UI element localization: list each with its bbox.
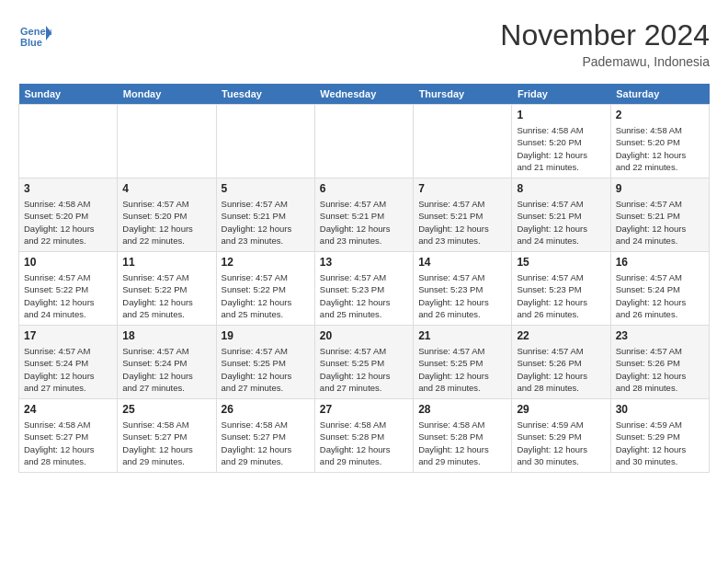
page-header: General Blue November 2024 Pademawu, Ind…: [18, 18, 710, 69]
day-number: 21: [418, 329, 506, 342]
calendar-cell: 11Sunrise: 4:57 AM Sunset: 5:22 PM Dayli…: [118, 252, 216, 326]
day-number: 9: [616, 182, 704, 195]
day-info: Sunrise: 4:57 AM Sunset: 5:24 PM Dayligh…: [122, 345, 210, 394]
day-info: Sunrise: 4:57 AM Sunset: 5:21 PM Dayligh…: [320, 198, 408, 247]
day-number: 11: [122, 256, 210, 269]
calendar-cell: [314, 105, 413, 178]
calendar-cell: 29Sunrise: 4:59 AM Sunset: 5:29 PM Dayli…: [512, 399, 610, 473]
calendar-week-2: 3Sunrise: 4:58 AM Sunset: 5:20 PM Daylig…: [19, 178, 710, 252]
day-number: 1: [517, 109, 605, 121]
calendar-cell: 7Sunrise: 4:57 AM Sunset: 5:21 PM Daylig…: [414, 178, 512, 252]
day-number: 6: [320, 182, 408, 195]
calendar-cell: 22Sunrise: 4:57 AM Sunset: 5:26 PM Dayli…: [512, 326, 610, 399]
calendar-cell: [118, 105, 216, 178]
day-info: Sunrise: 4:58 AM Sunset: 5:27 PM Dayligh…: [222, 419, 310, 467]
calendar-week-5: 24Sunrise: 4:58 AM Sunset: 5:27 PM Dayli…: [19, 399, 710, 473]
day-info: Sunrise: 4:58 AM Sunset: 5:28 PM Dayligh…: [320, 419, 408, 467]
day-number: 29: [517, 403, 605, 416]
weekday-header-tuesday: Tuesday: [216, 84, 314, 105]
day-info: Sunrise: 4:57 AM Sunset: 5:23 PM Dayligh…: [418, 271, 506, 320]
day-number: 17: [24, 329, 112, 342]
day-number: 12: [222, 256, 310, 269]
day-number: 26: [222, 403, 310, 416]
day-info: Sunrise: 4:58 AM Sunset: 5:20 PM Dayligh…: [517, 124, 605, 173]
weekday-header-friday: Friday: [512, 84, 610, 105]
logo: General Blue: [18, 18, 51, 52]
calendar-table: SundayMondayTuesdayWednesdayThursdayFrid…: [18, 84, 710, 473]
weekday-header-thursday: Thursday: [414, 84, 512, 105]
calendar-week-1: 1Sunrise: 4:58 AM Sunset: 5:20 PM Daylig…: [19, 105, 710, 178]
calendar-cell: 8Sunrise: 4:57 AM Sunset: 5:21 PM Daylig…: [512, 178, 610, 252]
svg-text:Blue: Blue: [20, 37, 42, 48]
calendar-cell: 25Sunrise: 4:58 AM Sunset: 5:27 PM Dayli…: [118, 399, 216, 473]
calendar-cell: 26Sunrise: 4:58 AM Sunset: 5:27 PM Dayli…: [216, 399, 314, 473]
day-info: Sunrise: 4:57 AM Sunset: 5:21 PM Dayligh…: [616, 198, 704, 247]
day-number: 8: [517, 182, 605, 195]
day-info: Sunrise: 4:57 AM Sunset: 5:23 PM Dayligh…: [320, 271, 408, 320]
day-info: Sunrise: 4:57 AM Sunset: 5:22 PM Dayligh…: [122, 271, 210, 320]
day-info: Sunrise: 4:58 AM Sunset: 5:27 PM Dayligh…: [24, 419, 112, 467]
day-number: 23: [616, 329, 704, 342]
calendar-cell: 10Sunrise: 4:57 AM Sunset: 5:22 PM Dayli…: [19, 252, 118, 326]
day-info: Sunrise: 4:57 AM Sunset: 5:25 PM Dayligh…: [418, 345, 506, 394]
calendar-cell: 6Sunrise: 4:57 AM Sunset: 5:21 PM Daylig…: [314, 178, 413, 252]
day-number: 16: [616, 256, 704, 269]
month-title: November 2024: [500, 18, 710, 52]
day-info: Sunrise: 4:57 AM Sunset: 5:24 PM Dayligh…: [616, 271, 704, 320]
day-number: 15: [517, 256, 605, 269]
weekday-header-sunday: Sunday: [19, 84, 118, 105]
day-info: Sunrise: 4:59 AM Sunset: 5:29 PM Dayligh…: [517, 419, 605, 467]
day-number: 20: [320, 329, 408, 342]
calendar-cell: 23Sunrise: 4:57 AM Sunset: 5:26 PM Dayli…: [610, 326, 709, 399]
day-number: 19: [222, 329, 310, 342]
calendar-week-3: 10Sunrise: 4:57 AM Sunset: 5:22 PM Dayli…: [19, 252, 710, 326]
calendar-cell: 24Sunrise: 4:58 AM Sunset: 5:27 PM Dayli…: [19, 399, 118, 473]
day-info: Sunrise: 4:57 AM Sunset: 5:23 PM Dayligh…: [517, 271, 605, 320]
calendar-cell: 12Sunrise: 4:57 AM Sunset: 5:22 PM Dayli…: [216, 252, 314, 326]
day-info: Sunrise: 4:57 AM Sunset: 5:25 PM Dayligh…: [320, 345, 408, 394]
day-number: 13: [320, 256, 408, 269]
logo-icon: General Blue: [18, 18, 51, 52]
day-info: Sunrise: 4:57 AM Sunset: 5:26 PM Dayligh…: [517, 345, 605, 394]
day-number: 22: [517, 329, 605, 342]
calendar-header-row: SundayMondayTuesdayWednesdayThursdayFrid…: [19, 84, 710, 105]
calendar-cell: 18Sunrise: 4:57 AM Sunset: 5:24 PM Dayli…: [118, 326, 216, 399]
day-number: 3: [24, 182, 112, 195]
calendar-cell: 3Sunrise: 4:58 AM Sunset: 5:20 PM Daylig…: [19, 178, 118, 252]
day-number: 7: [418, 182, 506, 195]
day-info: Sunrise: 4:57 AM Sunset: 5:21 PM Dayligh…: [517, 198, 605, 247]
day-number: 30: [616, 403, 704, 416]
day-info: Sunrise: 4:58 AM Sunset: 5:20 PM Dayligh…: [24, 198, 112, 247]
day-info: Sunrise: 4:58 AM Sunset: 5:28 PM Dayligh…: [418, 419, 506, 467]
day-number: 28: [418, 403, 506, 416]
title-block: November 2024 Pademawu, Indonesia: [500, 18, 710, 69]
calendar-cell: 5Sunrise: 4:57 AM Sunset: 5:21 PM Daylig…: [216, 178, 314, 252]
day-info: Sunrise: 4:57 AM Sunset: 5:21 PM Dayligh…: [222, 198, 310, 247]
day-number: 25: [122, 403, 210, 416]
day-number: 5: [222, 182, 310, 195]
calendar-cell: 15Sunrise: 4:57 AM Sunset: 5:23 PM Dayli…: [512, 252, 610, 326]
calendar-cell: 21Sunrise: 4:57 AM Sunset: 5:25 PM Dayli…: [414, 326, 512, 399]
day-number: 14: [418, 256, 506, 269]
calendar-body: 1Sunrise: 4:58 AM Sunset: 5:20 PM Daylig…: [19, 105, 710, 473]
day-info: Sunrise: 4:59 AM Sunset: 5:29 PM Dayligh…: [616, 419, 704, 467]
calendar-cell: [414, 105, 512, 178]
calendar-cell: [19, 105, 118, 178]
day-number: 10: [24, 256, 112, 269]
day-info: Sunrise: 4:57 AM Sunset: 5:20 PM Dayligh…: [122, 198, 210, 247]
day-info: Sunrise: 4:57 AM Sunset: 5:24 PM Dayligh…: [24, 345, 112, 394]
calendar-cell: 20Sunrise: 4:57 AM Sunset: 5:25 PM Dayli…: [314, 326, 413, 399]
calendar-cell: 27Sunrise: 4:58 AM Sunset: 5:28 PM Dayli…: [314, 399, 413, 473]
day-number: 18: [122, 329, 210, 342]
calendar-cell: 1Sunrise: 4:58 AM Sunset: 5:20 PM Daylig…: [512, 105, 610, 178]
day-info: Sunrise: 4:57 AM Sunset: 5:25 PM Dayligh…: [222, 345, 310, 394]
calendar-cell: 17Sunrise: 4:57 AM Sunset: 5:24 PM Dayli…: [19, 326, 118, 399]
day-number: 2: [616, 109, 704, 121]
day-info: Sunrise: 4:58 AM Sunset: 5:20 PM Dayligh…: [616, 124, 704, 173]
location-subtitle: Pademawu, Indonesia: [500, 54, 710, 69]
day-info: Sunrise: 4:58 AM Sunset: 5:27 PM Dayligh…: [122, 419, 210, 467]
calendar-cell: 30Sunrise: 4:59 AM Sunset: 5:29 PM Dayli…: [610, 399, 709, 473]
weekday-header-wednesday: Wednesday: [314, 84, 413, 105]
calendar-cell: 14Sunrise: 4:57 AM Sunset: 5:23 PM Dayli…: [414, 252, 512, 326]
calendar-cell: 16Sunrise: 4:57 AM Sunset: 5:24 PM Dayli…: [610, 252, 709, 326]
